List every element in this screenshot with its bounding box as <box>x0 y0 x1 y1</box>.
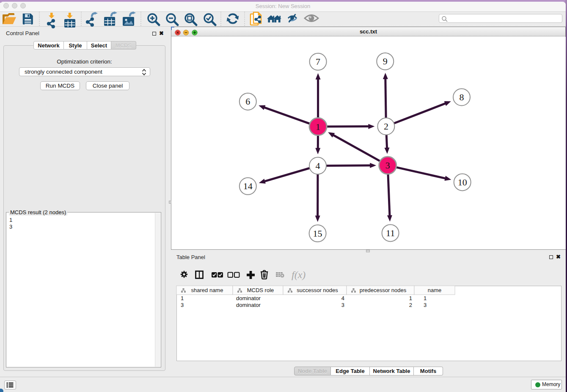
svg-text:2: 2 <box>384 121 388 132</box>
svg-text:3: 3 <box>385 160 390 171</box>
svg-text:8: 8 <box>460 92 464 102</box>
svg-text:f(x): f(x) <box>292 269 306 280</box>
svg-text:11: 11 <box>386 228 395 238</box>
svg-text:9: 9 <box>383 56 388 66</box>
svg-text:10: 10 <box>458 177 467 188</box>
